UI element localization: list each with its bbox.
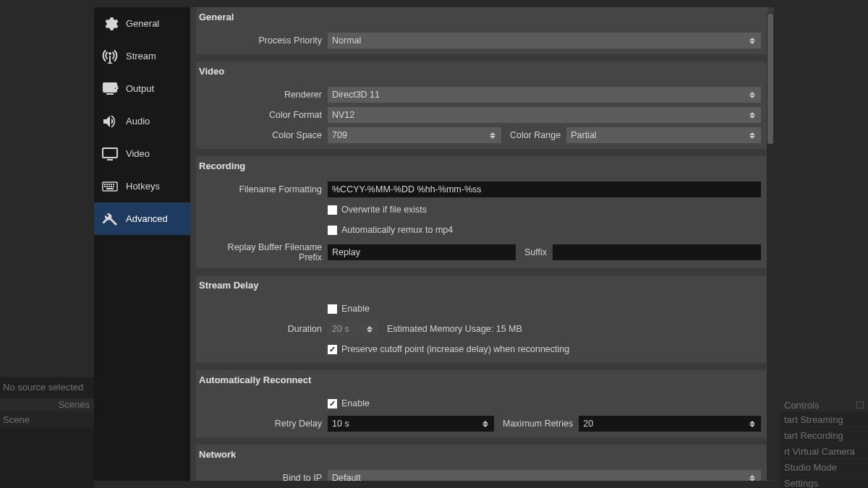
svg-rect-2	[103, 148, 117, 158]
svg-rect-10	[104, 186, 106, 187]
svg-rect-11	[106, 186, 108, 187]
spinbox-value: 20 s	[332, 324, 349, 334]
broadcast-icon	[101, 48, 119, 65]
label-memory-usage: Estimated Memory Usage: 15 MB	[378, 324, 528, 334]
stepper-icon	[748, 421, 757, 427]
combo-color-range[interactable]: Partial	[566, 127, 761, 143]
checkbox-label: Overwrite if file exists	[341, 205, 427, 215]
checkbox-overwrite[interactable]: Overwrite if file exists	[328, 205, 427, 215]
stepper-icon	[748, 38, 757, 44]
label-retry-delay: Retry Delay	[203, 419, 328, 429]
label-bind-ip: Bind to IP	[203, 473, 328, 481]
group-network: Network Bind to IP Default	[196, 445, 768, 481]
sidebar-label: Audio	[126, 116, 150, 127]
group-video: Video Renderer Direct3D 11 Color Format …	[196, 61, 768, 149]
sidebar-item-stream[interactable]: Stream	[94, 40, 190, 72]
sidebar-label: Stream	[126, 51, 156, 61]
textbox-value: %CCYY-%MM-%DD %hh-%mm-%ss	[332, 184, 482, 194]
scrollbar-thumb[interactable]	[767, 14, 773, 144]
svg-rect-14	[113, 186, 114, 187]
svg-rect-15	[106, 188, 114, 189]
textbox-replay-prefix[interactable]: Replay	[328, 244, 516, 260]
sidebar-item-advanced[interactable]: Advanced	[94, 202, 190, 235]
combo-color-format[interactable]: NV12	[328, 107, 761, 123]
group-recording: Recording Filename Formatting %CCYY-%MM-…	[196, 156, 768, 268]
stepper-icon	[748, 475, 757, 481]
group-title-auto-reconnect: Automatically Reconnect	[196, 370, 768, 390]
combo-value: Default	[332, 473, 361, 481]
group-title-stream-delay: Stream Delay	[196, 275, 768, 295]
checkbox-box-icon	[328, 345, 337, 354]
scrollbar[interactable]	[767, 13, 774, 480]
textbox-value: Replay	[332, 247, 360, 257]
sidebar-item-video[interactable]: Video	[94, 137, 190, 170]
combo-value: Normal	[332, 35, 361, 46]
settings-window: General Stream Output Audio Video Hotkey…	[94, 7, 774, 481]
spinbox-duration[interactable]: 20 s	[328, 321, 378, 337]
label-max-retries: Maximum Retries	[494, 419, 579, 429]
sidebar-label: Advanced	[126, 213, 168, 224]
combo-color-space[interactable]: 709	[328, 127, 501, 143]
checkbox-box-icon	[328, 205, 337, 215]
settings-sidebar: General Stream Output Audio Video Hotkey…	[94, 7, 190, 481]
textbox-filename-formatting[interactable]: %CCYY-%MM-%DD %hh-%mm-%ss	[328, 181, 761, 197]
group-title-recording: Recording	[196, 156, 768, 176]
checkbox-label: Enable	[341, 304, 370, 314]
svg-rect-1	[106, 93, 114, 95]
label-process-priority: Process Priority	[203, 35, 328, 46]
stepper-icon	[748, 112, 757, 119]
combo-value: 709	[332, 130, 347, 140]
checkbox-preserve-cutoff[interactable]: Preserve cutoff point (increase delay) w…	[328, 344, 569, 354]
stepper-icon	[488, 132, 497, 139]
spinbox-value: 20	[583, 419, 593, 429]
combo-value: NV12	[332, 110, 354, 120]
svg-rect-9	[113, 184, 114, 185]
audio-icon	[101, 113, 119, 130]
checkbox-stream-delay-enable[interactable]: Enable	[328, 304, 370, 314]
sidebar-item-audio[interactable]: Audio	[94, 105, 190, 137]
label-color-format: Color Format	[203, 110, 328, 120]
spinbox-retry-delay[interactable]: 10 s	[328, 416, 494, 432]
svg-rect-13	[111, 186, 112, 187]
group-title-general: General	[196, 7, 768, 27]
label-filename-formatting: Filename Formatting	[203, 184, 328, 194]
sidebar-label: Hotkeys	[126, 181, 160, 192]
checkbox-box-icon	[328, 304, 337, 314]
tools-icon	[101, 210, 119, 228]
group-general: General Process Priority Normal	[196, 7, 768, 54]
svg-rect-8	[111, 184, 112, 185]
stepper-icon	[748, 92, 757, 98]
checkbox-reconnect-enable[interactable]: Enable	[328, 398, 370, 408]
group-title-video: Video	[196, 61, 768, 81]
monitor-icon	[101, 145, 119, 163]
label-color-range: Color Range	[501, 130, 566, 140]
stepper-icon	[481, 421, 490, 427]
svg-rect-12	[109, 186, 110, 187]
svg-rect-6	[106, 184, 108, 185]
label-renderer: Renderer	[203, 90, 328, 100]
sidebar-item-output[interactable]: Output	[94, 72, 190, 105]
textbox-suffix[interactable]	[553, 244, 761, 260]
svg-rect-5	[104, 184, 106, 185]
stepper-icon	[365, 326, 374, 333]
checkbox-auto-remux[interactable]: Automatically remux to mp4	[328, 225, 453, 235]
checkbox-label: Enable	[341, 398, 370, 408]
combo-renderer[interactable]: Direct3D 11	[328, 87, 761, 103]
label-replay-prefix: Replay Buffer Filename Prefix	[203, 242, 328, 262]
combo-value: Partial	[571, 130, 596, 140]
sidebar-item-general[interactable]: General	[94, 7, 190, 40]
combo-bind-ip[interactable]: Default	[328, 470, 761, 481]
spinbox-max-retries[interactable]: 20	[579, 416, 761, 432]
checkbox-label: Preserve cutoff point (increase delay) w…	[341, 344, 569, 354]
combo-process-priority[interactable]: Normal	[328, 33, 761, 48]
sidebar-label: General	[126, 18, 159, 29]
output-icon	[101, 80, 119, 98]
svg-rect-7	[109, 184, 110, 185]
checkbox-label: Automatically remux to mp4	[341, 225, 453, 235]
label-color-space: Color Space	[203, 130, 328, 140]
sidebar-item-hotkeys[interactable]: Hotkeys	[94, 170, 190, 202]
combo-value: Direct3D 11	[332, 90, 380, 100]
settings-content: General Process Priority Normal Video Re…	[190, 7, 774, 481]
gear-icon	[101, 15, 119, 33]
spinbox-value: 10 s	[332, 419, 349, 429]
